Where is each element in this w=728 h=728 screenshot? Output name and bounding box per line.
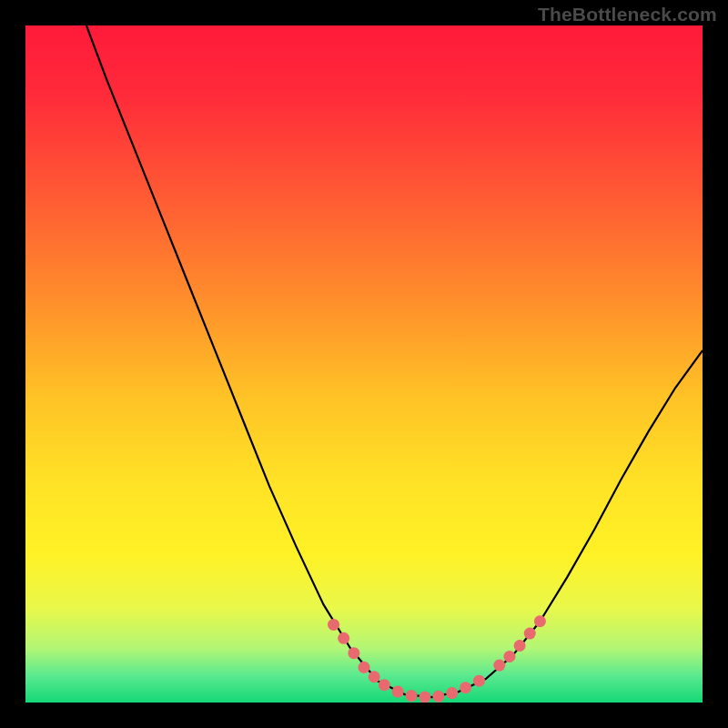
marker-dot <box>392 686 404 698</box>
marker-dot <box>534 615 546 627</box>
marker-dot <box>419 692 430 703</box>
marker-dot <box>473 675 485 687</box>
marker-dot <box>328 619 339 631</box>
marker-dot <box>359 662 370 673</box>
gradient-background <box>25 25 703 703</box>
plot-area <box>25 25 703 703</box>
chart-container: TheBottleneck.com <box>0 0 728 728</box>
marker-dot <box>379 679 390 691</box>
marker-dot <box>369 671 380 682</box>
marker-dot <box>493 660 505 672</box>
marker-dot <box>503 651 515 662</box>
watermark-text: TheBottleneck.com <box>538 4 717 25</box>
marker-dot <box>446 687 458 699</box>
marker-dot <box>338 632 349 644</box>
marker-dot <box>432 691 444 703</box>
marker-dot <box>460 682 471 693</box>
marker-dot <box>348 647 359 659</box>
marker-dot <box>514 640 526 652</box>
marker-dot <box>524 628 536 640</box>
chart-svg <box>25 25 703 703</box>
marker-dot <box>406 690 418 702</box>
